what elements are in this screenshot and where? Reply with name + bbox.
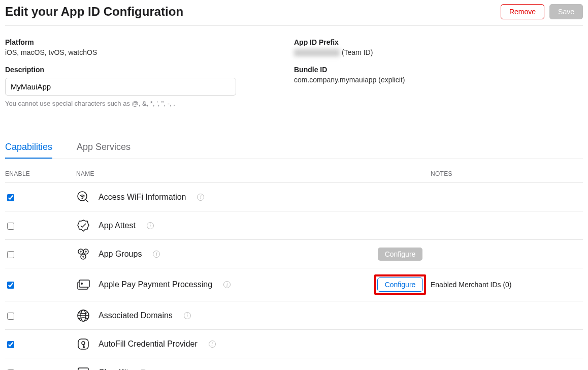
capability-notes: Enabled Merchant IDs (0) [431, 281, 512, 289]
info-icon[interactable]: i [209, 341, 216, 348]
configure-button-apple-pay[interactable]: Configure [377, 278, 423, 292]
header-actions: Remove Save [501, 4, 583, 19]
tabs: Capabilities App Services [5, 142, 583, 159]
capability-label: App Groups [99, 250, 142, 259]
svg-point-13 [82, 342, 85, 345]
capability-label: Apple Pay Payment Processing [99, 280, 212, 289]
capability-label: App Attest [99, 221, 136, 230]
enable-checkbox-autofill[interactable] [7, 341, 14, 348]
capabilities-table: ENABLE NAME NOTES Access WiFi Informatio… [5, 166, 583, 370]
access-wifi-icon [76, 190, 90, 204]
app-groups-icon [76, 247, 90, 261]
description-input[interactable] [5, 78, 236, 96]
enable-checkbox-app-groups[interactable] [7, 251, 14, 258]
capability-row-app-attest: App Attesti [5, 211, 583, 240]
header-name: NAME [76, 170, 370, 177]
tab-capabilities[interactable]: Capabilities [5, 142, 52, 159]
info-icon[interactable]: i [153, 251, 160, 258]
capability-label: Associated Domains [99, 311, 173, 320]
prefix-label: App ID Prefix [294, 38, 583, 46]
autofill-icon [76, 337, 90, 351]
tab-app-services[interactable]: App Services [77, 142, 130, 159]
capability-row-classkit: ClassKiti [5, 358, 583, 370]
highlight-box: Configure [374, 274, 427, 295]
team-id-redacted [294, 49, 340, 56]
app-attest-icon [76, 219, 90, 233]
enable-checkbox-associated-domains[interactable] [7, 313, 14, 320]
capability-label: AutoFill Credential Provider [99, 340, 198, 349]
capability-row-access-wifi: Access WiFi Informationi [5, 183, 583, 211]
header-enable: ENABLE [5, 170, 76, 177]
capability-row-associated-domains: Associated Domainsi [5, 301, 583, 330]
svg-point-1 [82, 198, 83, 199]
capability-label: Access WiFi Information [99, 193, 186, 202]
bundle-value: com.company.mymauiapp (explicit) [294, 76, 583, 84]
capability-row-app-groups: App GroupsiConfigure [5, 240, 583, 268]
enable-checkbox-app-attest[interactable] [7, 223, 14, 230]
remove-button[interactable]: Remove [501, 4, 544, 19]
capability-row-apple-pay: Apple Pay Payment ProcessingiConfigureEn… [5, 268, 583, 301]
save-button[interactable]: Save [549, 4, 583, 19]
capability-row-autofill: AutoFill Credential Provideri [5, 330, 583, 358]
apple-pay-icon [76, 278, 90, 292]
page-header: Edit your App ID Configuration Remove Sa… [5, 0, 583, 26]
svg-rect-14 [78, 368, 88, 371]
prefix-value: (Team ID) [294, 48, 583, 56]
info-icon[interactable]: i [184, 312, 191, 319]
bundle-label: Bundle ID [294, 66, 583, 74]
info-icon[interactable]: i [197, 194, 204, 201]
configure-button-app-groups: Configure [378, 248, 423, 261]
table-header: ENABLE NAME NOTES [5, 166, 583, 183]
enable-checkbox-access-wifi[interactable] [7, 194, 14, 201]
classkit-icon [76, 365, 90, 371]
associated-domains-icon [76, 309, 90, 323]
enable-checkbox-apple-pay[interactable] [7, 282, 14, 289]
platform-label: Platform [5, 38, 294, 46]
info-icon[interactable]: i [223, 281, 231, 288]
platform-value: iOS, macOS, tvOS, watchOS [5, 48, 294, 56]
description-label: Description [5, 66, 294, 74]
info-icon[interactable]: i [147, 222, 154, 229]
header-notes: NOTES [431, 170, 583, 177]
page-title: Edit your App ID Configuration [5, 5, 183, 19]
svg-point-8 [81, 283, 83, 285]
capability-label: ClassKit [99, 368, 128, 371]
description-hint: You cannot use special characters such a… [5, 100, 294, 107]
info-section: Platform iOS, macOS, tvOS, watchOS Descr… [5, 26, 583, 116]
svg-line-2 [85, 199, 88, 202]
